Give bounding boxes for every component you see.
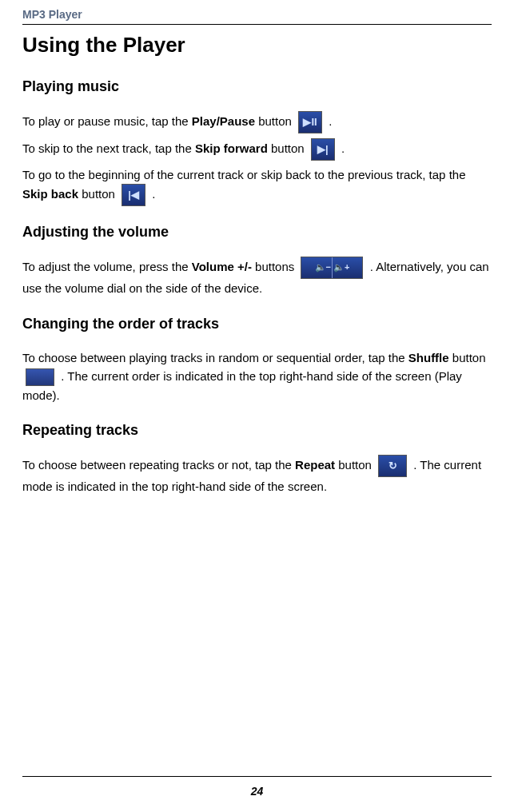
playing-p1: To play or pause music, tap the Play/Pau… [22,111,492,133]
text: button [335,458,375,472]
text: To adjust the volume, press the [22,260,192,273]
icon-glyph: ▶II [303,114,317,130]
text: button [449,351,486,364]
page-header: MP3 Player [22,8,492,25]
icon-glyph: ▶| [317,141,329,157]
icon-glyph: 🔈− 🔈+ [315,261,350,275]
volume-label: Volume +/- [192,260,252,273]
playing-p2: To skip to the next track, tap the Skip … [22,138,492,161]
text: button [255,114,295,128]
volume-buttons-icon: 🔈− 🔈+ [301,257,363,279]
volume-p1: To adjust the volume, press the Volume +… [22,257,492,297]
skip-forward-icon: ▶| [311,138,335,161]
page-number: 24 [0,785,514,798]
icon-glyph: ↻ [388,458,397,474]
text: To choose between playing tracks in rand… [22,351,408,364]
play-pause-label: Play/Pause [192,114,255,128]
skip-back-icon: |◀ [122,184,145,206]
section-repeat-heading: Repeating tracks [22,422,492,439]
text: To choose between repeating tracks or no… [22,458,295,472]
icon-glyph: |◀ [128,187,139,203]
order-p1: To choose between playing tracks in rand… [22,348,492,405]
shuffle-label: Shuffle [408,351,449,364]
skip-forward-label: Skip forward [195,141,268,155]
play-pause-icon: ▶II [298,111,322,133]
text: button [268,141,308,155]
text: buttons [252,260,298,273]
text: . [325,114,332,128]
text: . [338,141,345,155]
text: To play or pause music, tap the [22,114,192,128]
text: . The current order is indicated in the … [22,369,462,402]
section-playing-heading: Playing music [22,78,492,95]
shuffle-icon [26,368,54,386]
repeat-p1: To choose between repeating tracks or no… [22,455,492,496]
text: To go to the beginning of the current tr… [22,168,465,181]
footer-rule [22,776,492,777]
skip-back-label: Skip back [22,187,78,201]
text: . [149,187,155,201]
repeat-icon: ↻ [378,455,407,477]
playing-p3: To go to the beginning of the current tr… [22,165,492,206]
repeat-label: Repeat [295,458,335,472]
section-order-heading: Changing the order of tracks [22,316,492,332]
page-title: Using the Player [22,33,492,58]
section-volume-heading: Adjusting the volume [22,224,492,241]
text: To skip to the next track, tap the [22,141,195,155]
text: button [78,187,118,201]
